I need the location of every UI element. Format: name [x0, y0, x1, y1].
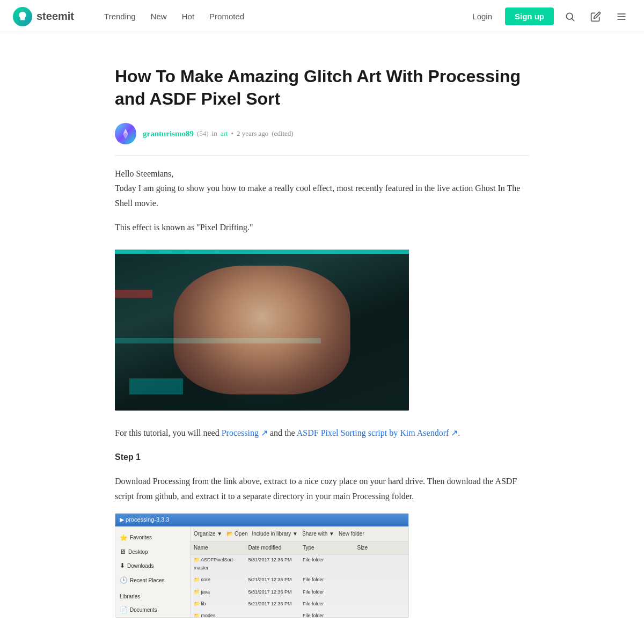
win-titlebar: ▶ processing-3.3.3 [115, 514, 408, 526]
search-button[interactable] [560, 7, 580, 26]
step-1-title: Step 1 [115, 450, 529, 464]
table-header: Name Date modified Type Size [191, 541, 408, 554]
menu-button[interactable] [612, 7, 631, 26]
sidebar-downloads[interactable]: ⬇Downloads [115, 559, 190, 573]
table-row[interactable]: 📁 core 5/21/2017 12:36 PM File folder [191, 574, 408, 586]
author-meta: granturismo89 (54) in art • 2 years ago … [143, 129, 294, 138]
svg-line-1 [572, 18, 575, 21]
glitch-stripe-3 [115, 250, 409, 254]
author-row: granturismo89 (54) in art • 2 years ago … [115, 123, 529, 156]
asdf-link[interactable]: ASDF Pixel Sorting script by Kim Asendor… [297, 428, 458, 437]
glitch-face [174, 266, 350, 394]
article-title: How To Make Amazing Glitch Art With Proc… [115, 65, 529, 110]
author-rep: (54) [197, 129, 209, 138]
time-ago: 2 years ago [237, 129, 268, 138]
edited-label: (edited) [272, 129, 293, 138]
search-icon [565, 11, 575, 22]
tutorial-intro-paragraph: For this tutorial, you will need Process… [115, 426, 529, 440]
signup-button[interactable]: Sign up [505, 8, 554, 25]
avatar-image [117, 125, 134, 142]
intro-paragraph: Hello Steemians, Today I am going to sho… [115, 166, 529, 210]
hamburger-icon [616, 11, 627, 22]
nav-links: Trending New Hot Promoted [91, 0, 257, 33]
nav-left: steemit Trending New Hot Promoted [13, 0, 257, 33]
col-name: Name [191, 541, 245, 554]
glitch-art-image [115, 250, 409, 411]
author-category-prefix: in [212, 129, 217, 138]
step-1-body: Download Processing from the link above,… [115, 474, 529, 503]
logo-text: steemit [36, 10, 74, 23]
author-info: granturismo89 (54) in art • 2 years ago … [143, 129, 294, 138]
logo-icon [13, 7, 32, 26]
nav-right: Login Sign up [466, 7, 631, 26]
glitch-block-2 [129, 378, 183, 394]
glitch-art-placeholder [115, 250, 409, 411]
nav-hot[interactable]: Hot [182, 12, 194, 21]
glitch-block-1 [115, 290, 152, 298]
screenshot-inner: ▶ processing-3.3.3 ⭐Favorites 🖥Desktop ⬇… [115, 514, 408, 617]
svg-point-0 [566, 13, 573, 19]
author-name-link[interactable]: granturismo89 [143, 129, 194, 138]
processing-link[interactable]: Processing ↗ [222, 428, 268, 437]
content-wrapper: How To Make Amazing Glitch Art With Proc… [102, 33, 542, 644]
table-row[interactable]: 📁 modes File folder [191, 610, 408, 617]
toolbar-include[interactable]: Include in library ▼ [252, 529, 298, 538]
col-date: Date modified [245, 541, 300, 554]
avatar [115, 123, 136, 144]
col-type: Type [299, 541, 354, 554]
sidebar-libraries: Libraries [115, 590, 190, 603]
screenshot-image: ▶ processing-3.3.3 ⭐Favorites 🖥Desktop ⬇… [115, 513, 409, 618]
table-row[interactable]: 📁 lib 5/21/2017 12:36 PM File folder [191, 598, 408, 610]
sidebar-recent[interactable]: 🕒Recent Places [115, 573, 190, 587]
col-size: Size [354, 541, 409, 554]
glitch-stripe-1 [115, 338, 321, 343]
nav-promoted[interactable]: Promoted [209, 12, 244, 21]
toolbar-open[interactable]: 📂 Open [226, 529, 247, 538]
nav-new[interactable]: New [151, 12, 167, 21]
login-button[interactable]: Login [466, 9, 499, 24]
table-row[interactable]: 📁 java 5/31/2017 12:36 PM File folder [191, 587, 408, 598]
win-sidebar: ⭐Favorites 🖥Desktop ⬇Downloads 🕒Recent P… [115, 526, 191, 617]
effect-paragraph: This effect is known as "Pixel Drifting.… [115, 220, 529, 235]
sidebar-favorites: ⭐Favorites [115, 531, 190, 545]
toolbar-organize[interactable]: Organize ▼ [194, 529, 222, 538]
steemit-logo-svg [17, 11, 28, 23]
win-toolbar: Organize ▼ 📂 Open Include in library ▼ S… [191, 526, 408, 541]
author-category-link[interactable]: art [221, 129, 228, 138]
win-title: ▶ processing-3.3.3 [120, 515, 169, 525]
article-body: Hello Steemians, Today I am going to sho… [115, 166, 529, 618]
table-row[interactable]: 📁 ASDFPixelSort-master 5/31/2017 12:36 P… [191, 554, 408, 575]
edit-button[interactable] [586, 7, 605, 26]
toolbar-share[interactable]: Share with ▼ [302, 529, 334, 538]
logo[interactable]: steemit [13, 7, 74, 26]
navbar: steemit Trending New Hot Promoted Login … [0, 0, 644, 33]
toolbar-newfolder[interactable]: New folder [339, 529, 364, 538]
edit-icon [590, 11, 601, 22]
sidebar-desktop[interactable]: 🖥Desktop [115, 545, 190, 559]
nav-trending[interactable]: Trending [104, 12, 136, 21]
win-body: ⭐Favorites 🖥Desktop ⬇Downloads 🕒Recent P… [115, 526, 408, 617]
sidebar-documents[interactable]: 📄Documents [115, 603, 190, 617]
win-file-table: Name Date modified Type Size 📁 ASDFPixel… [191, 541, 408, 617]
win-main: Organize ▼ 📂 Open Include in library ▼ S… [191, 526, 408, 617]
